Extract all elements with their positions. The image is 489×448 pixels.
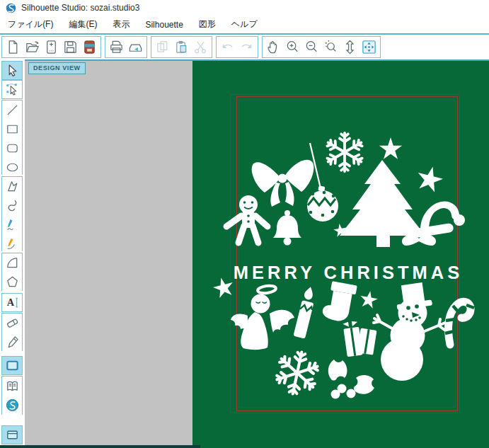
- zoom-in-button[interactable]: [283, 38, 302, 57]
- page-setup-icon: [5, 358, 20, 373]
- gift-boxes-shape: [343, 321, 376, 357]
- curve-icon: [5, 198, 20, 213]
- tool-freehand[interactable]: [2, 215, 22, 234]
- menu-file[interactable]: ファイル(F): [0, 16, 61, 33]
- redo-icon: [238, 39, 255, 55]
- fit-to-page-button[interactable]: [340, 38, 359, 57]
- new-document-icon: [5, 39, 21, 55]
- menu-shape[interactable]: 図形: [191, 16, 224, 33]
- undo-button[interactable]: [218, 38, 237, 57]
- design-view-badge[interactable]: DESIGN VIEW: [28, 62, 86, 74]
- tool-ellipse[interactable]: [2, 158, 22, 177]
- zoom-out-icon: [304, 39, 320, 55]
- eraser-icon: [5, 316, 20, 331]
- rounded-rectangle-icon: [5, 141, 20, 156]
- tool-polygon[interactable]: [2, 177, 22, 196]
- pan-view-button[interactable]: [359, 38, 379, 57]
- shape-tools-group: [1, 100, 23, 175]
- tool-smooth-freehand[interactable]: [2, 234, 22, 253]
- cut-button[interactable]: [191, 38, 210, 57]
- holly-shape: [328, 360, 374, 399]
- snowflake-bottom: [272, 348, 323, 398]
- save-to-library-button[interactable]: [80, 38, 99, 57]
- undo-icon: [219, 39, 236, 55]
- tool-knife[interactable]: [2, 333, 22, 352]
- book-icon: [5, 379, 20, 394]
- christmas-tree-shape: [340, 160, 425, 247]
- gingerbread-man-shape: [226, 195, 267, 243]
- angel-shape: [231, 285, 294, 350]
- redo-button[interactable]: [237, 38, 256, 57]
- zoom-selection-button[interactable]: [321, 38, 340, 57]
- tool-rounded-rectangle[interactable]: [2, 139, 22, 158]
- line-icon: [5, 103, 20, 117]
- pan-button[interactable]: [264, 38, 283, 57]
- christmas-card-artwork[interactable]: MERRY CHRISTMAS: [192, 61, 489, 448]
- fit-to-page-icon: [342, 39, 358, 55]
- stocking-shape: [321, 280, 357, 323]
- send-to-silhouette-icon: [127, 39, 144, 55]
- svg-text:A: A: [6, 297, 14, 308]
- send-to-silhouette-button[interactable]: [126, 38, 145, 57]
- star-right: [415, 163, 445, 193]
- zoom-in-icon: [284, 39, 301, 55]
- bell-shape: [273, 210, 301, 246]
- window-icon: [5, 427, 20, 442]
- new-drawing-button[interactable]: [42, 38, 61, 57]
- silhouette-store-icon: [5, 398, 20, 413]
- zoom-selection-icon: [323, 39, 339, 55]
- tool-eraser[interactable]: [2, 314, 22, 333]
- menu-silhouette[interactable]: Silhouette: [137, 18, 190, 32]
- copy-button[interactable]: [153, 38, 172, 57]
- window-bottom-edge: [0, 445, 200, 448]
- paste-icon: [173, 39, 190, 55]
- tool-design-view-panel[interactable]: [1, 425, 23, 444]
- print-button[interactable]: [107, 38, 126, 57]
- library-tools-group: [1, 376, 23, 415]
- save-to-library-icon: [81, 39, 98, 55]
- tool-rectangle[interactable]: [2, 120, 22, 139]
- save-icon: [62, 39, 79, 55]
- open-icon: [24, 39, 40, 55]
- new-document-button[interactable]: [4, 38, 23, 57]
- tool-arc[interactable]: [2, 253, 22, 272]
- merry-christmas-text: MERRY CHRISTMAS: [234, 263, 463, 282]
- tool-edit-points[interactable]: [1, 80, 23, 99]
- toolbar-group-output: [105, 36, 147, 58]
- paste-button[interactable]: [172, 38, 191, 57]
- tool-text[interactable]: A: [1, 293, 23, 312]
- snowman-shape: [374, 282, 445, 381]
- menu-help[interactable]: ヘルプ: [224, 16, 265, 33]
- menu-edit[interactable]: 編集(E): [61, 16, 105, 33]
- copy-icon: [154, 39, 171, 55]
- smooth-freehand-pencil-icon: [5, 236, 20, 251]
- ornament-shape: [307, 143, 338, 222]
- tool-sidebar: A: [0, 59, 25, 445]
- tool-curve[interactable]: [2, 196, 22, 215]
- toolbar-group-clipboard: [151, 36, 212, 58]
- silhouette-logo-icon: [6, 3, 16, 13]
- knife-icon: [5, 335, 20, 350]
- title-bar: Silhouette Studio: sozai.studio3: [0, 0, 489, 16]
- tool-regular-polygon[interactable]: [2, 272, 22, 292]
- toolbar-group-view: [262, 36, 381, 58]
- bow-shape: [252, 160, 314, 207]
- polygon-icon: [5, 179, 20, 194]
- tool-line[interactable]: [2, 100, 22, 120]
- edit-points-icon: [5, 82, 20, 97]
- ellipse-icon: [5, 160, 20, 175]
- star-left: [212, 275, 236, 299]
- menu-view[interactable]: 表示: [105, 16, 137, 33]
- zoom-out-button[interactable]: [302, 38, 321, 57]
- star-middle: [359, 289, 379, 309]
- pentagon-icon: [5, 275, 20, 289]
- tool-page-setup[interactable]: [1, 356, 23, 375]
- arc-icon: [5, 255, 20, 270]
- open-button[interactable]: [23, 38, 42, 57]
- tool-select[interactable]: [1, 61, 23, 80]
- pan-view-icon: [361, 39, 377, 55]
- tool-silhouette-store[interactable]: [2, 396, 22, 415]
- tool-library[interactable]: [2, 377, 22, 396]
- print-icon: [108, 39, 125, 55]
- save-button[interactable]: [61, 38, 80, 57]
